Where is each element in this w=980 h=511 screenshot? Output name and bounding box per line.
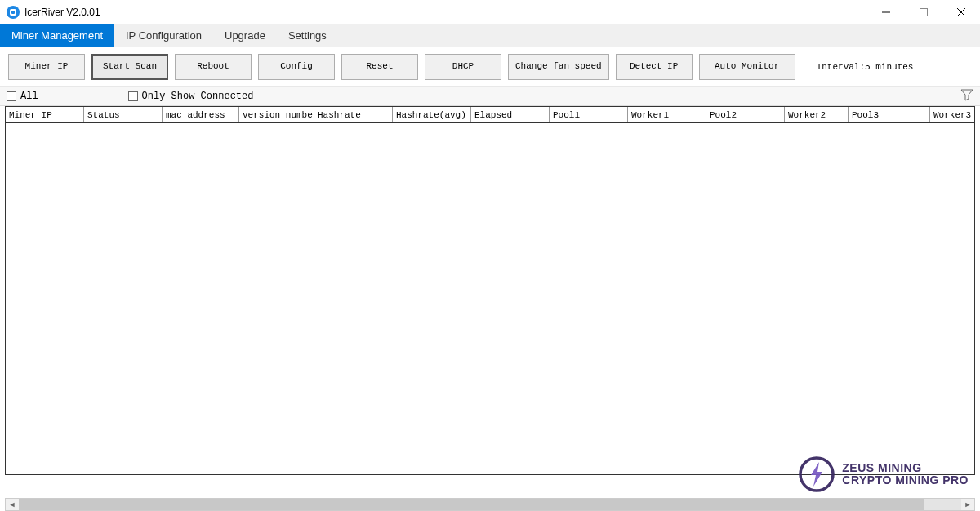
detect-ip-button[interactable]: Detect IP bbox=[616, 54, 693, 80]
horizontal-scrollbar[interactable]: ◄ ► bbox=[5, 498, 975, 511]
only-connected-checkbox[interactable]: Only Show Connected bbox=[128, 91, 254, 102]
app-icon bbox=[7, 6, 20, 19]
tab-ip-configuration[interactable]: IP Configuration bbox=[114, 24, 213, 47]
filter-icon[interactable] bbox=[960, 88, 973, 104]
window-controls bbox=[867, 0, 980, 24]
interval-label: Interval:5 minutes bbox=[817, 62, 914, 72]
watermark-line2: CRYPTO MINING PRO bbox=[842, 474, 969, 487]
maximize-button[interactable] bbox=[905, 0, 942, 24]
column-header[interactable]: Pool2 bbox=[706, 107, 785, 122]
scroll-right-arrow[interactable]: ► bbox=[961, 499, 974, 510]
checkbox-icon bbox=[128, 91, 138, 101]
table: Miner IPStatusmac addressversion numberH… bbox=[5, 106, 975, 475]
table-header: Miner IPStatusmac addressversion numberH… bbox=[6, 107, 974, 123]
close-button[interactable] bbox=[942, 0, 980, 24]
column-header[interactable]: Hashrate bbox=[314, 107, 393, 122]
reset-button[interactable]: Reset bbox=[341, 54, 418, 80]
column-header[interactable]: Worker3 bbox=[930, 107, 973, 122]
filter-bar: All Only Show Connected bbox=[0, 87, 980, 106]
scroll-left-arrow[interactable]: ◄ bbox=[6, 499, 19, 510]
scroll-thumb[interactable] bbox=[19, 499, 924, 510]
miner-ip-button[interactable]: Miner IP bbox=[8, 54, 85, 80]
dhcp-button[interactable]: DHCP bbox=[425, 54, 501, 80]
only-connected-checkbox-label: Only Show Connected bbox=[142, 91, 254, 102]
column-header[interactable]: mac address bbox=[163, 107, 239, 122]
tab-bar: Miner Management IP Configuration Upgrad… bbox=[0, 24, 980, 47]
column-header[interactable]: Pool3 bbox=[849, 107, 930, 122]
reboot-button[interactable]: Reboot bbox=[175, 54, 252, 80]
column-header[interactable]: Worker2 bbox=[785, 107, 849, 122]
tab-upgrade[interactable]: Upgrade bbox=[213, 24, 277, 47]
tab-miner-management[interactable]: Miner Management bbox=[0, 24, 114, 47]
start-scan-button[interactable]: Start Scan bbox=[91, 54, 168, 80]
svg-rect-4 bbox=[920, 9, 928, 16]
column-header[interactable]: Elapsed bbox=[471, 107, 550, 122]
auto-monitor-button[interactable]: Auto Monitor bbox=[699, 54, 795, 80]
change-fan-speed-button[interactable]: Change fan speed bbox=[508, 54, 609, 80]
tab-settings[interactable]: Settings bbox=[277, 24, 338, 47]
column-header[interactable]: version number bbox=[239, 107, 314, 122]
column-header[interactable]: Hashrate(avg) bbox=[393, 107, 471, 122]
toolbar: Miner IP Start Scan Reboot Config Reset … bbox=[0, 47, 980, 87]
config-button[interactable]: Config bbox=[258, 54, 335, 80]
scroll-track[interactable] bbox=[19, 499, 961, 510]
svg-rect-2 bbox=[11, 11, 15, 14]
column-header[interactable]: Pool1 bbox=[550, 107, 628, 122]
column-header[interactable]: Worker1 bbox=[628, 107, 706, 122]
all-checkbox[interactable]: All bbox=[7, 91, 38, 102]
minimize-button[interactable] bbox=[867, 0, 905, 24]
all-checkbox-label: All bbox=[20, 91, 38, 102]
title-bar: IcerRiver V2.0.01 bbox=[0, 0, 980, 24]
column-header[interactable]: Miner IP bbox=[6, 107, 84, 122]
window-title: IcerRiver V2.0.01 bbox=[24, 7, 100, 18]
checkbox-icon bbox=[7, 91, 16, 101]
column-header[interactable]: Status bbox=[84, 107, 163, 122]
